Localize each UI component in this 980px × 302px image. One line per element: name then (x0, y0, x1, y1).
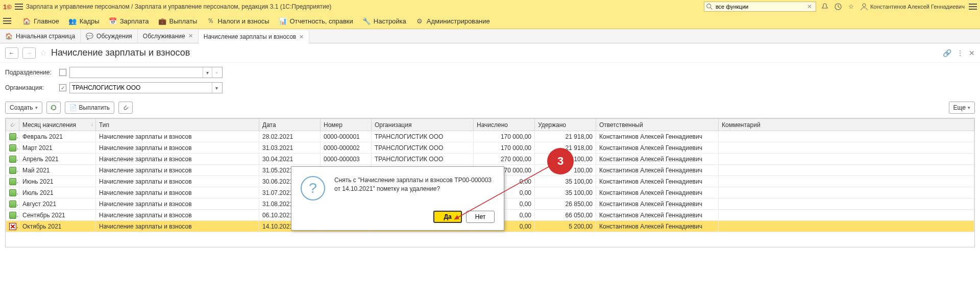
main-menu: 🏠Главное👥Кадры📅Зарплата💼Выплаты％Налоги и… (0, 13, 980, 29)
create-button[interactable]: Создать▾ (5, 102, 42, 114)
col-org[interactable]: Организация (372, 119, 474, 131)
row-status-icon (9, 133, 16, 140)
cell-type: Начисление зарплаты и взносов (96, 131, 259, 142)
cell-type: Начисление зарплаты и взносов (96, 221, 259, 232)
cell-org: ТРАНСЛОГИСТИК ООО (372, 154, 474, 165)
tab-1[interactable]: 💬Обсуждения (81, 29, 138, 43)
wrench-icon: 🔧 (362, 17, 371, 25)
back-button[interactable]: ← (5, 47, 18, 59)
menu-item-6[interactable]: 🔧Настройка (362, 17, 406, 25)
cell-month: Май 2021 (19, 165, 96, 176)
close-page-icon[interactable]: ✕ (969, 49, 975, 57)
clear-search-icon[interactable]: ✕ (807, 3, 814, 10)
open-dialog-icon[interactable]: ▫ (212, 67, 221, 78)
cell-type: Начисление зарплаты и взносов (96, 198, 259, 210)
table-row[interactable]: Апрель 2021Начисление зарплаты и взносов… (6, 154, 974, 165)
tab-0[interactable]: 🏠Начальная страница (0, 29, 81, 43)
tab-3[interactable]: Начисление зарплаты и взносов✕ (199, 30, 310, 43)
percent-icon: ％ (206, 17, 214, 25)
org-checkbox[interactable]: ✓ (59, 84, 66, 91)
cell-resp: Константинов Алексей Геннадиевич (596, 154, 719, 165)
col-withheld[interactable]: Удержано (535, 119, 596, 131)
cell-type: Начисление зарплаты и взносов (96, 142, 259, 154)
titlebar: 1© Зарплата и управление персоналом / За… (0, 0, 980, 13)
cell-month: Сентябрь 2021 (19, 210, 96, 221)
cell-type: Начисление зарплаты и взносов (96, 165, 259, 176)
menu-label: Главное (34, 17, 59, 25)
tabstrip: 🏠Начальная страница💬ОбсужденияОбслуживан… (0, 29, 980, 43)
tab-2[interactable]: Обслуживание✕ (138, 29, 199, 43)
bell-icon[interactable] (820, 2, 829, 11)
user-block[interactable]: Константинов Алексей Геннадиевич (860, 3, 965, 11)
menu-item-5[interactable]: 📊Отчетность, справки (279, 17, 353, 25)
cell-comment (719, 210, 974, 221)
close-icon[interactable]: ✕ (299, 34, 304, 40)
forward-button[interactable]: → (22, 47, 36, 59)
org-input[interactable] (70, 83, 212, 93)
table-row[interactable]: Февраль 2021Начисление зарплаты и взносо… (6, 131, 974, 142)
cell-date: 31.03.2021 (259, 142, 321, 154)
dialog-yes-button[interactable]: Да (433, 211, 462, 223)
pay-button[interactable]: 📄Выплатить (65, 102, 115, 114)
subdivision-combo[interactable]: ▾ ▫ (69, 67, 223, 78)
cell-type: Начисление зарплаты и взносов (96, 210, 259, 221)
subdivision-input[interactable] (70, 67, 203, 78)
global-search[interactable]: ✕ (704, 2, 816, 12)
col-comment[interactable]: Комментарий (719, 119, 974, 131)
chevron-down-icon[interactable]: ▾ (212, 83, 221, 93)
col-accrued[interactable]: Начислено (474, 119, 535, 131)
close-icon[interactable]: ✕ (188, 33, 193, 39)
row-status-icon (9, 156, 16, 163)
cell-resp: Константинов Алексей Геннадиевич (596, 221, 719, 232)
menu-item-0[interactable]: 🏠Главное (22, 17, 59, 25)
menu-hamburger-icon[interactable] (3, 18, 11, 24)
tab-label: Начальная страница (16, 33, 75, 40)
org-combo[interactable]: ▾ (69, 82, 223, 93)
report-icon: 📊 (279, 17, 287, 25)
menu-item-3[interactable]: 💼Выплаты (158, 17, 198, 25)
dialog-no-button[interactable]: Нет (466, 211, 495, 223)
menu-label: Настройка (374, 17, 406, 25)
menu-label: Налоги и взносы (217, 17, 269, 25)
menu-item-2[interactable]: 📅Зарплата (109, 17, 149, 25)
link-icon[interactable]: 🔗 (943, 49, 951, 57)
svg-point-0 (707, 4, 711, 8)
cell-type: Начисление зарплаты и взносов (96, 176, 259, 187)
cell-month: Октябрь 2021 (19, 221, 96, 232)
subdivision-checkbox[interactable] (59, 69, 66, 76)
more-button[interactable]: Еще▾ (949, 102, 975, 114)
cell-resp: Константинов Алексей Геннадиевич (596, 131, 719, 142)
col-attach[interactable] (6, 119, 19, 131)
col-resp[interactable]: Ответственный (596, 119, 719, 131)
star-icon[interactable]: ☆ (847, 2, 856, 11)
cell-month: Август 2021 (19, 198, 96, 210)
cell-withheld: 5 200,00 (535, 221, 596, 232)
cell-withheld: 35 100,00 (535, 176, 596, 187)
wallet-icon: 💼 (158, 17, 166, 25)
cell-comment (719, 131, 974, 142)
menu-item-1[interactable]: 👥Кадры (68, 17, 100, 25)
favorite-toggle[interactable]: ☆ (40, 48, 47, 58)
menu-item-7[interactable]: ⚙Администрирование (415, 17, 490, 25)
menu-item-4[interactable]: ％Налоги и взносы (206, 17, 269, 25)
right-hamburger-icon[interactable] (969, 4, 977, 10)
kebab-icon[interactable]: ⋮ (957, 49, 964, 57)
col-type[interactable]: Тип (96, 119, 259, 131)
table-row[interactable]: Март 2021Начисление зарплаты и взносов31… (6, 142, 974, 154)
col-number[interactable]: Номер (321, 119, 372, 131)
hamburger-icon[interactable] (15, 4, 23, 10)
row-status-icon (9, 189, 16, 196)
user-icon (860, 3, 868, 11)
col-date[interactable]: Дата (259, 119, 321, 131)
search-input[interactable] (704, 2, 816, 12)
attach-button[interactable] (118, 102, 133, 114)
refresh-button[interactable] (46, 102, 61, 114)
chevron-down-icon[interactable]: ▾ (203, 67, 212, 78)
history-icon[interactable] (834, 2, 843, 11)
tab-label: Начисление зарплаты и взносов (204, 33, 297, 40)
dialog-text: Снять с "Начисление зарплаты и взносов Т… (334, 176, 495, 200)
col-month[interactable]: Месяц начисления↓ (19, 119, 96, 131)
confirm-dialog: ? Снять с "Начисление зарплаты и взносов… (291, 166, 504, 231)
window-title: Зарплата и управление персоналом / Зарпл… (26, 3, 701, 10)
home-icon: 🏠 (5, 33, 13, 40)
